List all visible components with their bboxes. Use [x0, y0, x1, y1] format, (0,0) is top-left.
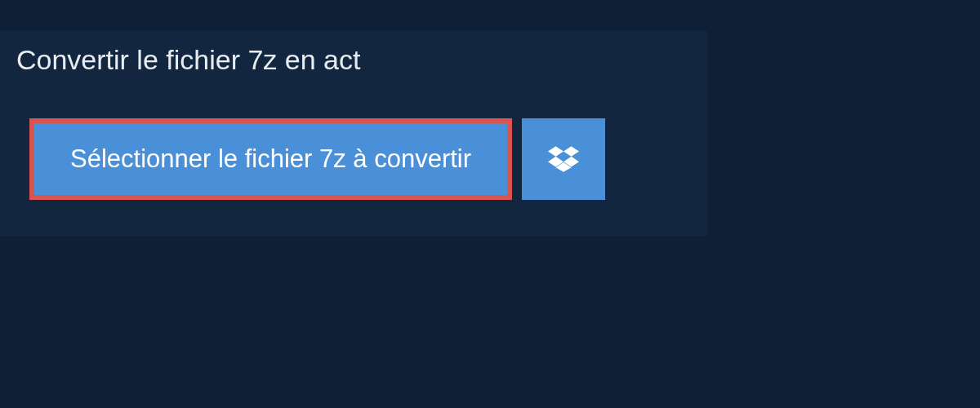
- converter-panel: Convertir le fichier 7z en act Sélection…: [0, 31, 707, 236]
- dropbox-icon: [548, 144, 579, 175]
- title-bar: Convertir le fichier 7z en act: [0, 31, 383, 89]
- button-row: Sélectionner le fichier 7z à convertir: [29, 118, 707, 200]
- page-title: Convertir le fichier 7z en act: [16, 44, 360, 75]
- select-file-button-label: Sélectionner le fichier 7z à convertir: [70, 144, 471, 174]
- dropbox-button[interactable]: [522, 118, 605, 200]
- select-file-button[interactable]: Sélectionner le fichier 7z à convertir: [29, 118, 512, 200]
